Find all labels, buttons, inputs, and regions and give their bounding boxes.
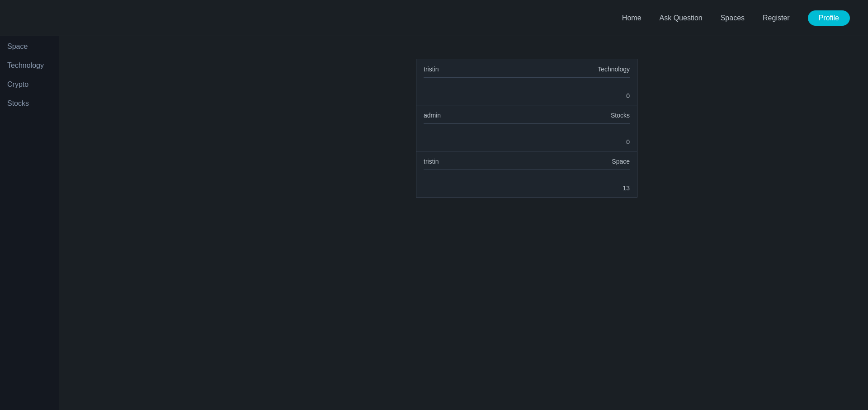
question-card-3[interactable]: tristin Space 13 <box>416 151 637 198</box>
card-author-3: tristin <box>424 158 439 165</box>
sidebar-item-space[interactable]: Space <box>0 37 59 56</box>
question-card-2[interactable]: admin Stocks 0 <box>416 105 637 151</box>
card-space-1: Technology <box>598 66 630 73</box>
card-space-2: Stocks <box>611 112 630 119</box>
card-header-1: tristin Technology <box>424 66 630 78</box>
question-card-1[interactable]: tristin Technology 0 <box>416 59 637 105</box>
sidebar: Spaces: Space Technology Crypto Stocks <box>0 0 59 410</box>
card-space-3: Space <box>612 158 630 165</box>
nav-ask-question[interactable]: Ask Question <box>660 14 703 22</box>
navbar: Home Ask Question Spaces Register Profil… <box>0 0 868 36</box>
nav-spaces[interactable]: Spaces <box>721 14 745 22</box>
sidebar-item-crypto[interactable]: Crypto <box>0 75 59 94</box>
sidebar-item-stocks[interactable]: Stocks <box>0 94 59 113</box>
card-header-3: tristin Space <box>424 158 630 170</box>
card-author-2: admin <box>424 112 441 119</box>
profile-button[interactable]: Profile <box>808 10 850 26</box>
nav-register[interactable]: Register <box>763 14 790 22</box>
nav-links: Home Ask Question Spaces Register Profil… <box>622 10 850 26</box>
sidebar-item-technology[interactable]: Technology <box>0 56 59 75</box>
card-count-2: 0 <box>626 138 630 146</box>
card-header-2: admin Stocks <box>424 112 630 124</box>
card-body-1: 0 <box>424 81 630 99</box>
card-count-3: 13 <box>623 184 630 192</box>
main-content: tristin Technology 0 admin Stocks 0 tris… <box>59 36 868 211</box>
card-body-2: 0 <box>424 127 630 146</box>
card-count-1: 0 <box>626 92 630 99</box>
card-author-1: tristin <box>424 66 439 73</box>
card-body-3: 13 <box>424 174 630 192</box>
nav-home[interactable]: Home <box>622 14 642 22</box>
cards-container: tristin Technology 0 admin Stocks 0 tris… <box>416 59 637 198</box>
